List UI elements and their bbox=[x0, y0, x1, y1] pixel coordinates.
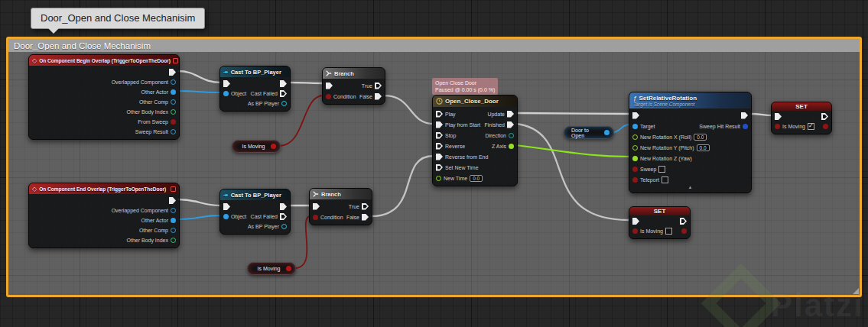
pin-exec-in[interactable] bbox=[223, 80, 230, 87]
pin-label: Update bbox=[487, 112, 505, 117]
pin-play-from-start[interactable] bbox=[436, 121, 443, 128]
pin-reverse-from-end[interactable] bbox=[436, 154, 443, 160]
pin-new-rotation-x[interactable] bbox=[632, 134, 638, 140]
pin-exec-out[interactable] bbox=[280, 80, 287, 87]
node-set-relative-rotation-header: ƒSetRelativeRotation Target is Scene Com… bbox=[629, 92, 751, 108]
pin-condition[interactable] bbox=[313, 215, 318, 220]
pin-condition[interactable] bbox=[326, 94, 331, 99]
pin-reverse[interactable] bbox=[436, 143, 443, 150]
pin-sweep[interactable] bbox=[632, 167, 638, 172]
pin-is-moving-out[interactable] bbox=[286, 266, 291, 271]
pin-is-moving[interactable] bbox=[632, 228, 638, 234]
node-cast-top[interactable]: ↠ Cast To BP_Player Object Cast Failed A… bbox=[219, 66, 291, 112]
pin-false[interactable] bbox=[362, 214, 369, 221]
pin-exec-in[interactable] bbox=[775, 113, 782, 120]
pin-label: True bbox=[349, 204, 359, 209]
sweep-checkbox[interactable] bbox=[658, 166, 665, 173]
pin-sweep-hit-result[interactable] bbox=[743, 124, 748, 129]
node-branch-top-title: Branch bbox=[334, 70, 354, 77]
node-branch-bottom[interactable]: Branch True Condition False bbox=[309, 188, 372, 225]
debug-line1: Open Close Door bbox=[435, 79, 495, 86]
pin-exec-in[interactable] bbox=[632, 112, 639, 119]
node-branch-bottom-header: Branch bbox=[310, 189, 372, 199]
pin-stop[interactable] bbox=[436, 132, 443, 139]
pin-exec-out[interactable] bbox=[169, 197, 176, 204]
node-cast-bottom[interactable]: ↠ Cast To BP_Player Object Cast Failed A… bbox=[219, 189, 291, 235]
pin-teleport[interactable] bbox=[632, 177, 638, 183]
pin-new-time[interactable] bbox=[436, 176, 441, 181]
node-set-relative-rotation[interactable]: ƒSetRelativeRotation Target is Scene Com… bbox=[629, 92, 752, 193]
pin-label: Other Comp bbox=[139, 228, 168, 233]
collapse-arrow-icon[interactable]: ▲ bbox=[629, 185, 751, 190]
pin-is-moving[interactable] bbox=[775, 124, 780, 129]
is-moving-checkbox[interactable] bbox=[808, 123, 814, 130]
blueprint-graph-canvas[interactable]: Door_Open and Close Mechanisim bbox=[0, 0, 868, 327]
pin-direction[interactable] bbox=[509, 133, 514, 138]
delegate-pin-icon[interactable] bbox=[171, 186, 176, 192]
pin-other-body-index[interactable] bbox=[171, 238, 176, 243]
is-moving-checkbox[interactable] bbox=[665, 228, 672, 235]
pin-true[interactable] bbox=[362, 203, 369, 210]
teleport-checkbox[interactable] bbox=[662, 176, 668, 183]
pin-other-comp[interactable] bbox=[171, 228, 176, 233]
pin-from-sweep[interactable] bbox=[171, 119, 176, 125]
pin-other-actor[interactable] bbox=[171, 89, 176, 95]
pin-object[interactable] bbox=[223, 91, 229, 96]
cast-arrows-icon: ↠ bbox=[223, 69, 229, 76]
pin-is-moving-out[interactable] bbox=[271, 144, 276, 149]
pin-exec-out[interactable] bbox=[280, 203, 287, 210]
pin-exec-out[interactable] bbox=[680, 218, 687, 225]
pin-sweep-result[interactable] bbox=[171, 129, 176, 134]
node-set-ismoving-right[interactable]: SET Is Moving bbox=[771, 102, 832, 134]
getter-is-moving-bottom[interactable]: Is Moving bbox=[247, 262, 296, 275]
pin-cast-failed[interactable] bbox=[280, 90, 287, 97]
pin-object[interactable] bbox=[223, 214, 229, 219]
node-begin-overlap[interactable]: ◇ On Component Begin Overlap (TriggerToO… bbox=[28, 54, 180, 140]
pin-new-rotation-z[interactable] bbox=[632, 156, 638, 161]
pin-overlapped-component[interactable] bbox=[171, 79, 176, 85]
pin-z-axis[interactable] bbox=[509, 144, 514, 149]
pin-update[interactable] bbox=[507, 111, 514, 118]
node-branch-top[interactable]: Branch True Condition False bbox=[322, 67, 385, 105]
pin-set-new-time[interactable] bbox=[436, 164, 443, 171]
pin-other-body-index[interactable] bbox=[171, 109, 176, 115]
pin-exec-in[interactable] bbox=[326, 83, 333, 89]
node-set-ismoving-bottom[interactable]: SET Is Moving bbox=[629, 206, 691, 239]
node-branch-top-header: Branch bbox=[323, 68, 385, 79]
node-end-overlap-title: On Component End Overlap (TriggerToOpenT… bbox=[39, 186, 166, 192]
pin-play[interactable] bbox=[436, 111, 443, 118]
node-end-overlap[interactable]: ◇ On Component End Overlap (TriggerToOpe… bbox=[28, 183, 180, 248]
pin-exec-out[interactable] bbox=[821, 113, 828, 120]
pin-exec-in[interactable] bbox=[223, 203, 230, 210]
pin-label: Object bbox=[231, 91, 246, 96]
pin-cast-failed[interactable] bbox=[280, 213, 287, 220]
comment-resize-handle[interactable] bbox=[853, 288, 859, 294]
new-time-value-field[interactable]: 0.0 bbox=[470, 175, 483, 182]
pin-other-actor[interactable] bbox=[171, 218, 176, 223]
getter-is-moving-top[interactable]: Is Moving bbox=[232, 140, 281, 153]
delegate-pin-icon[interactable] bbox=[173, 58, 178, 63]
pin-exec-out[interactable] bbox=[741, 112, 748, 119]
event-diamond-icon: ◇ bbox=[32, 57, 37, 64]
pin-exec-in[interactable] bbox=[632, 218, 639, 225]
pin-new-rotation-y[interactable] bbox=[632, 145, 638, 151]
pin-value-out[interactable] bbox=[681, 228, 687, 234]
getter-door-to-open[interactable]: Door to Open bbox=[564, 126, 614, 139]
node-set-relative-rotation-subtitle: Target is Scene Component bbox=[633, 102, 747, 107]
pin-other-comp[interactable] bbox=[171, 99, 176, 105]
pin-as-bp-player[interactable] bbox=[281, 101, 287, 106]
pin-door-to-open-out[interactable] bbox=[604, 130, 610, 135]
pin-target[interactable] bbox=[632, 124, 638, 129]
pin-exec-out[interactable] bbox=[169, 69, 176, 76]
pin-value-out[interactable] bbox=[823, 124, 828, 129]
pin-overlapped-component[interactable] bbox=[171, 208, 176, 213]
rotation-y-value-field[interactable]: 0.0 bbox=[697, 144, 710, 151]
comment-header[interactable]: Door_Open and Close Mechanisim bbox=[8, 39, 860, 52]
pin-finished[interactable] bbox=[507, 121, 514, 128]
pin-true[interactable] bbox=[375, 83, 382, 89]
pin-exec-in[interactable] bbox=[313, 203, 320, 210]
pin-as-bp-player[interactable] bbox=[281, 224, 287, 229]
pin-false[interactable] bbox=[375, 93, 382, 100]
node-timeline[interactable]: Open_Close_Door Play Update Play from St… bbox=[432, 95, 518, 186]
rotation-x-value-field[interactable]: 0.0 bbox=[694, 134, 707, 141]
